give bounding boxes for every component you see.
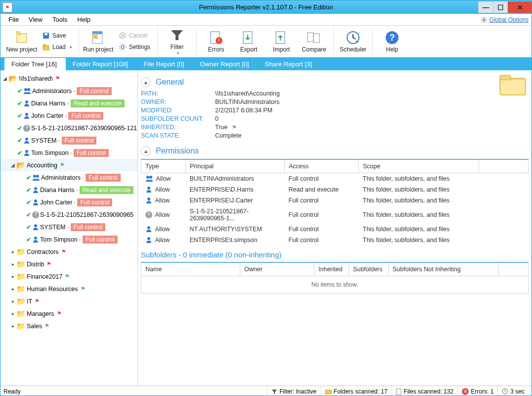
tree-folder[interactable]: ▸📁 Sales⚑ (0, 320, 137, 332)
tree-entry[interactable]: ✔ SYSTEM-Full control (0, 134, 137, 147)
tree-folder[interactable]: ▸📁 Managers⚑ (0, 307, 137, 320)
expand-icon[interactable]: ◢ (1, 76, 8, 81)
compare-button[interactable]: Compare (298, 27, 330, 56)
menu-tools[interactable]: Tools (47, 14, 72, 25)
svg-rect-8 (92, 31, 102, 34)
run-project-button[interactable]: Run project (82, 27, 115, 56)
export-icon (241, 30, 257, 46)
close-button[interactable]: ✕ (508, 1, 532, 13)
tree-folder[interactable]: ▸📁 Distrib⚑ (0, 258, 137, 270)
user-icon (145, 237, 152, 244)
tree-root[interactable]: ◢📂 \\fs1\shared\⚑ (0, 72, 137, 85)
tree-folder[interactable]: ▸📁 Finance2017⚑ (0, 270, 137, 283)
permission-badge: Full control (77, 198, 112, 206)
table-row[interactable]: AllowENTERPRISE\D.HarrisRead and execute… (141, 184, 529, 195)
tree-folder-accounting[interactable]: ◢📂 Accounting⚑ (0, 159, 137, 171)
tree-entry[interactable]: ✔ SYSTEM-Full control (0, 221, 137, 233)
col-blank[interactable] (479, 159, 529, 173)
save-button[interactable]: Save (40, 31, 74, 41)
col-owner[interactable]: Owner (240, 262, 314, 276)
cancel-button[interactable]: Cancel (117, 31, 152, 41)
status-errors[interactable]: ✕Errors: 1 (457, 386, 497, 396)
global-options-label: Global Options (489, 16, 529, 23)
errors-button[interactable]: !Errors (200, 27, 232, 56)
tree-entry[interactable]: ✔ Tom Simpson-Full control (0, 147, 137, 159)
table-row[interactable]: AllowENTERPRISE\J.CarterFull controlThis… (141, 195, 529, 206)
flag-icon: ⚑ (232, 124, 237, 130)
collapse-permissions-button[interactable]: ▲ (141, 146, 151, 156)
svg-point-30 (36, 175, 39, 178)
tab-owner-report[interactable]: Owner Report [0] (193, 58, 258, 70)
expand-icon[interactable]: ▸ (9, 286, 16, 292)
file-icon (396, 388, 402, 395)
col-inherited[interactable]: Inherited (314, 262, 349, 276)
menu-help[interactable]: Help (72, 14, 95, 25)
tree-entry[interactable]: ✔ John Carter-Full control (0, 196, 137, 208)
svg-point-27 (25, 138, 28, 141)
export-button[interactable]: Export (232, 27, 265, 56)
svg-point-25 (25, 100, 28, 103)
col-subfolders[interactable]: Subfolders (349, 262, 389, 276)
svg-point-24 (27, 88, 30, 91)
tree-entry[interactable]: ✔ Administrators-Full control (0, 85, 137, 97)
users-icon (32, 174, 40, 181)
col-type[interactable]: Type (141, 159, 186, 173)
help-button[interactable]: ?Help (376, 27, 408, 56)
chevron-down-icon: ▾ (177, 51, 179, 55)
folder-icon: 📁 (16, 248, 26, 256)
tree-folder[interactable]: ▸📁 IT⚑ (0, 295, 137, 307)
tree-folder[interactable]: ▸📁 Contractors⚑ (0, 246, 137, 258)
tree-entry[interactable]: ✔ Diana Harris-Read and execute (0, 184, 137, 196)
col-scope[interactable]: Scope (359, 159, 479, 173)
col-nonin[interactable]: Subfolders Not Inheriting (389, 262, 499, 276)
expand-icon[interactable]: ▸ (9, 274, 16, 279)
filter-button[interactable]: Filter▾ (161, 27, 193, 56)
tree-entry[interactable]: ✔ Administrators-Full control (0, 171, 137, 184)
expand-icon[interactable]: ▸ (9, 249, 16, 254)
collapse-general-button[interactable]: ▲ (141, 77, 151, 87)
tree-folder[interactable]: ▸📁 Human Resources⚑ (0, 283, 137, 295)
load-button[interactable]: Load▾ (40, 42, 74, 52)
user-icon (32, 224, 39, 231)
table-row[interactable]: AllowBUILTIN\AdministratorsFull controlT… (141, 173, 529, 185)
maximize-button[interactable]: ☐ (493, 1, 508, 13)
minimize-button[interactable]: — (478, 1, 493, 13)
import-button[interactable]: Import (265, 27, 298, 56)
table-row[interactable]: AllowNT AUTHORITY\SYSTEMFull controlThis… (141, 224, 529, 235)
tab-folder-tree[interactable]: Folder Tree [16] (4, 58, 66, 70)
folder-icon: 📁 (16, 309, 26, 318)
help-icon: ? (384, 30, 400, 46)
tree-entry[interactable]: ✔ Diana Harris-Read and execute (0, 97, 137, 109)
menu-view[interactable]: View (24, 14, 47, 25)
tree-entry[interactable]: ✔? S-1-5-21-210521867-2639090965 (0, 208, 137, 221)
expand-icon[interactable]: ▸ (9, 323, 16, 329)
col-access[interactable]: Access (285, 159, 359, 173)
col-principal[interactable]: Principal (186, 159, 285, 173)
tab-share-report[interactable]: Share Report [3] (258, 58, 320, 70)
status-bar: Ready Filter: Inactive Folders scanned: … (0, 386, 532, 396)
table-row[interactable]: AllowENTERPRISE\t.simpsonFull controlThi… (141, 235, 529, 246)
check-icon: ✔ (17, 137, 22, 144)
expand-icon[interactable]: ▸ (9, 311, 16, 316)
table-row[interactable]: ?AllowS-1-5-21-210521867-2639090965-1...… (141, 206, 529, 224)
settings-icon (119, 43, 127, 51)
tab-folder-report[interactable]: Folder Report [108] (66, 58, 137, 70)
svg-text:?: ? (390, 33, 395, 43)
tree-entry[interactable]: ✔ Tom Simpson-Full control (0, 233, 137, 246)
permission-badge: Full control (86, 174, 121, 182)
new-project-button[interactable]: New project (5, 27, 38, 56)
tree-entry[interactable]: ✔ John Carter-Full control (0, 109, 137, 122)
tree-entry[interactable]: ✔? S-1-5-21-210521867-2639090965-121 (0, 122, 137, 134)
settings-button[interactable]: Settings (117, 42, 152, 52)
global-options-link[interactable]: Global Options (481, 16, 529, 23)
col-name[interactable]: Name (141, 262, 240, 276)
flag-icon: ⚑ (44, 323, 49, 329)
filter-icon (169, 27, 185, 43)
expand-icon[interactable]: ▸ (9, 298, 16, 304)
svg-point-28 (25, 150, 28, 153)
scheduler-button[interactable]: Scheduler (337, 27, 369, 56)
expand-icon[interactable]: ▸ (9, 261, 16, 267)
expand-icon[interactable]: ◢ (9, 162, 16, 168)
tab-file-report[interactable]: File Report [0] (137, 58, 193, 70)
menu-file[interactable]: File (3, 14, 24, 25)
